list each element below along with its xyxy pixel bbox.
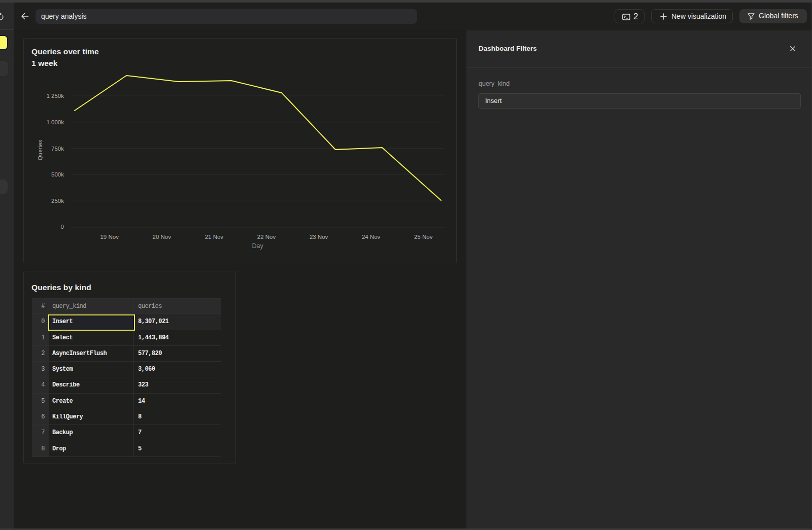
- svg-text:1 250k: 1 250k: [46, 93, 64, 99]
- svg-text:20 Nov: 20 Nov: [153, 234, 172, 240]
- svg-text:1 000k: 1 000k: [46, 119, 64, 125]
- svg-text:24 Nov: 24 Nov: [362, 234, 381, 240]
- svg-text:23 Nov: 23 Nov: [310, 234, 328, 240]
- svg-text:21 Nov: 21 Nov: [205, 234, 224, 240]
- svg-text:22 Nov: 22 Nov: [257, 234, 276, 240]
- svg-text:250k: 250k: [51, 198, 64, 204]
- svg-text:500k: 500k: [51, 171, 64, 178]
- svg-text:750k: 750k: [51, 146, 64, 152]
- svg-text:19 Nov: 19 Nov: [100, 234, 119, 240]
- svg-text:25 Nov: 25 Nov: [414, 234, 433, 240]
- svg-text:0: 0: [61, 224, 64, 230]
- svg-text:Queries: Queries: [37, 140, 43, 161]
- svg-text:Day: Day: [252, 242, 263, 250]
